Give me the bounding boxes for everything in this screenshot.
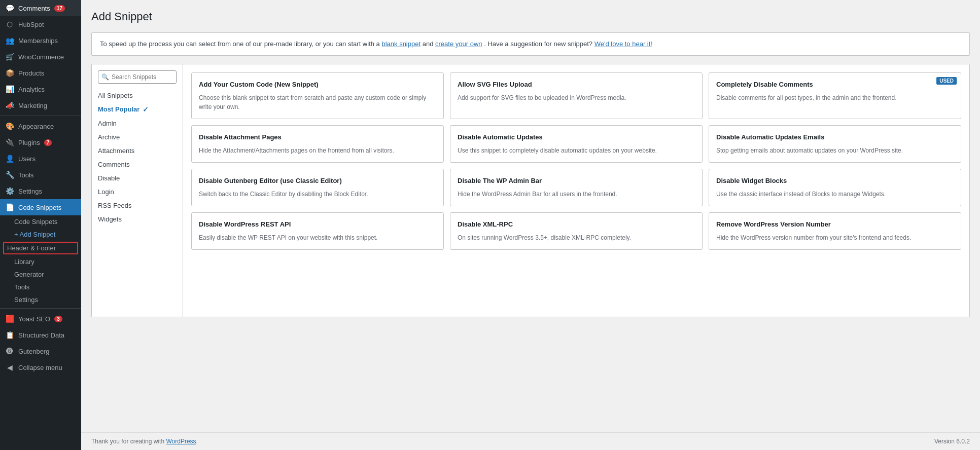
snippet-title-disable-widget-blocks: Disable Widget Blocks (716, 176, 954, 185)
snippet-desc-disable-comments: Disable comments for all post types, in … (716, 93, 954, 102)
comments-icon: 💬 (5, 4, 14, 13)
snippet-card-disable-auto-emails[interactable]: Disable Automatic Updates EmailsStop get… (709, 125, 961, 163)
snippet-desc-disable-auto-updates: Use this snippet to completely disable a… (458, 146, 695, 155)
sidebar-item-products-label: Products (18, 69, 44, 77)
blank-snippet-link[interactable]: blank snippet (381, 40, 421, 48)
sidebar-item-settings[interactable]: ⚙️ Settings (0, 183, 81, 199)
snippet-card-disable-admin-bar[interactable]: Disable The WP Admin BarHide the WordPre… (450, 169, 703, 206)
submenu-header-footer[interactable]: Header & Footer (3, 242, 78, 254)
sidebar-item-marketing[interactable]: 📣 Marketing (0, 97, 81, 114)
sidebar-item-memberships-label: Memberships (18, 37, 58, 45)
snippet-card-disable-xmlrpc[interactable]: Disable XML-RPCOn sites running WordPres… (450, 212, 703, 250)
filter-archive[interactable]: Archive (92, 130, 183, 144)
snippet-title-disable-auto-updates: Disable Automatic Updates (458, 133, 695, 142)
sidebar-item-structured-data-label: Structured Data (18, 331, 64, 339)
yoast-icon: 🟥 (5, 314, 14, 323)
filter-login[interactable]: Login (92, 185, 183, 199)
used-badge-disable-comments: USED (936, 77, 957, 85)
filter-most-popular[interactable]: Most Popular ✓ (92, 102, 183, 117)
filter-disable[interactable]: Disable (92, 171, 183, 185)
info-middle: and (423, 40, 434, 48)
sidebar-item-tools[interactable]: 🔧 Tools (0, 167, 81, 183)
snippet-desc-disable-admin-bar: Hide the WordPress Admin Bar for all use… (458, 190, 695, 199)
suggestion-link[interactable]: We'd love to hear it! (594, 40, 652, 48)
submenu-tools[interactable]: Tools (0, 281, 81, 293)
sidebar-item-plugins[interactable]: 🔌 Plugins 7 (0, 134, 81, 151)
search-box: 🔍 (98, 70, 177, 84)
snippet-card-disable-rest-api[interactable]: Disable WordPress REST APIEasily disable… (191, 212, 444, 250)
sidebar-item-structured-data[interactable]: 📋 Structured Data (0, 327, 81, 343)
submenu-library[interactable]: Library (0, 255, 81, 268)
sidebar-divider-1 (0, 116, 81, 116)
snippet-card-disable-attachment[interactable]: Disable Attachment PagesHide the Attachm… (191, 125, 444, 163)
tools-icon: 🔧 (5, 170, 14, 179)
sidebar-item-appearance[interactable]: 🎨 Appearance (0, 118, 81, 134)
page-title: Add Snippet (91, 10, 970, 23)
submenu-code-snippets[interactable]: Code Snippets (0, 215, 81, 228)
snippet-card-disable-gutenberg[interactable]: Disable Gutenberg Editor (use Classic Ed… (191, 169, 444, 206)
version-text: Version 6.0.2 (934, 438, 970, 445)
snippet-title-disable-attachment: Disable Attachment Pages (199, 133, 436, 142)
sidebar-item-users-label: Users (18, 155, 36, 163)
filter-all-snippets[interactable]: All Snippets (92, 89, 183, 102)
plugins-icon: 🔌 (5, 138, 14, 147)
snippet-desc-disable-widget-blocks: Use the classic interface instead of Blo… (716, 190, 954, 199)
snippet-desc-allow-svg: Add support for SVG files to be uploaded… (458, 93, 695, 102)
filter-widgets[interactable]: Widgets (92, 212, 183, 226)
sidebar-item-gutenberg-label: Gutenberg (18, 348, 49, 355)
footer: Thank you for creating with WordPress. V… (81, 432, 980, 450)
hubspot-icon: ⬡ (5, 20, 14, 29)
sidebar-item-plugins-label: Plugins (18, 139, 40, 146)
sidebar-divider-2 (0, 308, 81, 309)
sidebar-item-analytics[interactable]: 📊 Analytics (0, 81, 81, 97)
info-text: To speed up the process you can select f… (100, 40, 380, 48)
snippet-desc-disable-auto-emails: Stop getting emails about automatic upda… (716, 146, 954, 155)
snippet-card-disable-auto-updates[interactable]: Disable Automatic UpdatesUse this snippe… (450, 125, 703, 163)
analytics-icon: 📊 (5, 85, 14, 94)
snippet-card-disable-comments[interactable]: Completely Disable CommentsDisable comme… (709, 72, 961, 119)
snippet-card-disable-widget-blocks[interactable]: Disable Widget BlocksUse the classic int… (709, 169, 961, 206)
sidebar-item-hubspot[interactable]: ⬡ HubSpot (0, 16, 81, 32)
filter-admin[interactable]: Admin (92, 117, 183, 130)
submenu-settings[interactable]: Settings (0, 293, 81, 306)
checkmark-icon: ✓ (143, 105, 149, 114)
snippet-title-disable-auto-emails: Disable Automatic Updates Emails (716, 133, 954, 142)
appearance-icon: 🎨 (5, 122, 14, 131)
sidebar-item-hubspot-label: HubSpot (18, 21, 44, 28)
snippet-card-custom-code[interactable]: Add Your Custom Code (New Snippet)Choose… (191, 72, 444, 119)
filter-panel: 🔍 All Snippets Most Popular ✓ Admin Arch… (92, 64, 183, 317)
sidebar-item-woocommerce[interactable]: 🛒 WooCommerce (0, 49, 81, 65)
sidebar-item-comments[interactable]: 💬 Comments 17 (0, 0, 81, 16)
search-input[interactable] (98, 70, 177, 84)
submenu-generator[interactable]: Generator (0, 268, 81, 281)
snippet-title-allow-svg: Allow SVG Files Upload (458, 80, 695, 89)
sidebar: 💬 Comments 17 ⬡ HubSpot 👥 Memberships 🛒 … (0, 0, 81, 450)
sidebar-item-gutenberg[interactable]: 🅖 Gutenberg (0, 343, 81, 359)
sidebar-item-tools-label: Tools (18, 171, 33, 179)
sidebar-item-code-snippets[interactable]: 📄 Code Snippets (0, 199, 81, 215)
code-snippets-icon: 📄 (5, 203, 14, 212)
woocommerce-icon: 🛒 (5, 52, 14, 61)
snippet-card-remove-version[interactable]: Remove WordPress Version NumberHide the … (709, 212, 961, 250)
filter-comments[interactable]: Comments (92, 158, 183, 171)
sidebar-item-users[interactable]: 👤 Users (0, 151, 81, 167)
snippet-desc-disable-attachment: Hide the Attachment/Attachments pages on… (199, 146, 436, 155)
snippet-title-disable-gutenberg: Disable Gutenberg Editor (use Classic Ed… (199, 176, 436, 185)
submenu-add-snippet[interactable]: + Add Snippet (0, 228, 81, 241)
create-own-link[interactable]: create your own (435, 40, 482, 48)
sidebar-item-collapse[interactable]: ◀ Collapse menu (0, 359, 81, 376)
sidebar-item-comments-label: Comments (18, 5, 50, 12)
sidebar-item-products[interactable]: 📦 Products (0, 65, 81, 81)
wordpress-link[interactable]: WordPress (166, 438, 196, 445)
snippet-desc-disable-xmlrpc: On sites running WordPress 3.5+, disable… (458, 233, 695, 242)
sidebar-item-yoast[interactable]: 🟥 Yoast SEO 3 (0, 311, 81, 327)
yoast-badge: 3 (54, 316, 62, 322)
filter-attachments[interactable]: Attachments (92, 144, 183, 158)
sidebar-item-appearance-label: Appearance (18, 123, 54, 130)
sidebar-item-settings-label: Settings (18, 188, 42, 195)
content-area: Add Snippet To speed up the process you … (81, 0, 980, 432)
filter-rss-feeds[interactable]: RSS Feeds (92, 199, 183, 212)
sidebar-item-yoast-label: Yoast SEO (18, 315, 50, 323)
snippet-card-allow-svg[interactable]: Allow SVG Files UploadAdd support for SV… (450, 72, 703, 119)
sidebar-item-memberships[interactable]: 👥 Memberships (0, 32, 81, 49)
